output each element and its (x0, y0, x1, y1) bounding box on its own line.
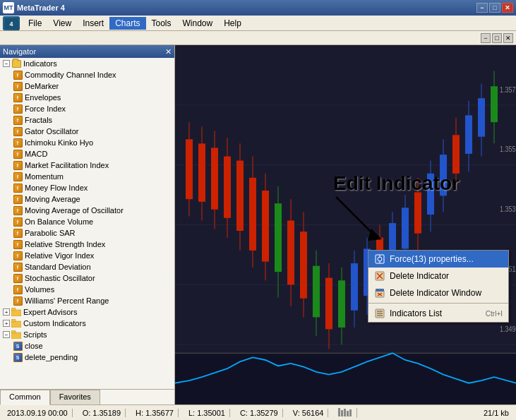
svg-rect-24 (211, 148, 218, 209)
svg-rect-36 (287, 220, 294, 284)
menu-file[interactable]: File (23, 17, 47, 30)
chart-area[interactable]: 1.357 1.355 1.353 1.351 1.349 (175, 45, 516, 404)
svg-rect-89 (341, 410, 343, 416)
svg-rect-91 (347, 411, 349, 416)
menu-view[interactable]: View (47, 17, 77, 30)
svg-rect-88 (338, 408, 340, 416)
indicator-icon-mfi2: f (13, 160, 23, 170)
svg-text:1.353: 1.353 (500, 205, 516, 214)
nav-item-label: Relative Strength Index (25, 240, 105, 248)
nav-moving-avg-osc[interactable]: f Moving Average of Oscillator (0, 205, 174, 216)
context-menu: Force(13) properties... Delete Indicator (368, 250, 509, 323)
menu-window[interactable]: Window (177, 17, 219, 30)
status-volume: V: 56164 (289, 409, 329, 417)
nav-delete-pending-script[interactable]: S delete_pending (0, 352, 174, 363)
nav-rsi[interactable]: f Relative Strength Index (0, 239, 174, 250)
nav-item-label: Williams' Percent Range (25, 296, 109, 305)
indicators-expand-icon[interactable]: − (3, 60, 10, 67)
nav-rvi[interactable]: f Relative Vigor Index (0, 250, 174, 261)
context-menu-delete-window[interactable]: Delete Indicator Window (368, 284, 508, 301)
app-logo: MT (3, 2, 14, 13)
svg-rect-92 (349, 409, 352, 416)
nav-parabolic[interactable]: f Parabolic SAR (0, 227, 174, 239)
nav-item-label: delete_pending (25, 353, 78, 361)
nav-gator[interactable]: f Gator Oscillator (0, 126, 174, 137)
svg-text:1.355: 1.355 (500, 145, 516, 154)
nav-moving-average[interactable]: f Moving Average (0, 193, 174, 205)
nav-force-index[interactable]: f Force Index (0, 103, 174, 114)
nav-close-script[interactable]: S close (0, 340, 174, 352)
nav-ichimoku[interactable]: f Ichimoku Kinko Hyo (0, 137, 174, 148)
menu-charts[interactable]: Charts (109, 17, 145, 30)
tab-favorites[interactable]: Favorites (50, 390, 100, 404)
context-menu-properties[interactable]: Force(13) properties... (368, 251, 508, 268)
close-button[interactable]: ✕ (502, 3, 513, 13)
status-close: C: 1.35279 (236, 409, 283, 417)
svg-text:1.349: 1.349 (500, 325, 516, 333)
indicators-list-shortcut: Ctrl+I (486, 310, 503, 318)
menu-tools[interactable]: Tools (146, 17, 177, 30)
nav-expert-advisors[interactable]: + Expert Advisors (0, 306, 174, 318)
tab-common[interactable]: Common (0, 390, 50, 405)
menu-logo: 4 (3, 16, 20, 30)
nav-macd[interactable]: f MACD (0, 148, 174, 160)
menu-insert[interactable]: Insert (77, 17, 109, 30)
nav-scripts[interactable]: − Scripts (0, 329, 174, 340)
svg-rect-34 (275, 203, 282, 272)
nav-item-label: Stochastic Oscillator (25, 274, 95, 282)
svg-rect-66 (478, 98, 485, 137)
ea-folder-icon (11, 307, 21, 317)
title-bar-left: MT MetaTrader 4 (3, 2, 65, 13)
sub-close[interactable]: ✕ (503, 33, 513, 43)
navigator-panel: Navigator ✕ − Indicators f Commodity Cha… (0, 45, 175, 404)
context-menu-delete[interactable]: Delete Indicator (368, 268, 508, 284)
menu-help[interactable]: Help (218, 17, 247, 30)
svg-rect-54 (402, 208, 409, 248)
nav-envelopes[interactable]: f Envelopes (0, 92, 174, 103)
svg-rect-26 (224, 157, 231, 218)
nav-item-label: Fractals (25, 116, 52, 124)
nav-item-label: Force Index (25, 104, 66, 113)
scripts-folder-icon (11, 330, 21, 340)
nav-indicators-root[interactable]: − Indicators (0, 58, 174, 69)
nav-std-dev[interactable]: f Standard Deviation (0, 261, 174, 272)
indicator-icon-vol: f (13, 284, 23, 294)
svg-rect-3 (11, 308, 16, 311)
ea-expand-icon[interactable]: + (3, 308, 10, 316)
indicator-icon-wpr: f (13, 296, 23, 306)
nav-money-flow[interactable]: f Money Flow Index (0, 182, 174, 193)
navigator-tabs: Common Favorites (0, 389, 174, 404)
svg-rect-5 (11, 319, 16, 322)
ci-expand-icon[interactable]: + (3, 320, 10, 327)
navigator-header: Navigator ✕ (0, 45, 174, 58)
svg-rect-56 (414, 192, 421, 233)
nav-commodity-channel[interactable]: f Commodity Channel Index (0, 69, 174, 80)
nav-momentum[interactable]: f Momentum (0, 171, 174, 182)
script-icon-close: S (13, 341, 23, 351)
nav-williams[interactable]: f Williams' Percent Range (0, 295, 174, 306)
nav-ci-label: Custom Indicators (23, 319, 86, 328)
sub-minimize[interactable]: − (481, 33, 491, 43)
maximize-button[interactable]: □ (489, 3, 500, 13)
minimize-button[interactable]: − (476, 3, 488, 13)
nav-fractals[interactable]: f Fractals (0, 114, 174, 126)
navigator-title: Navigator (3, 47, 36, 56)
navigator-list[interactable]: − Indicators f Commodity Channel Index f… (0, 58, 174, 389)
nav-demarker[interactable]: f DeMarker (0, 80, 174, 92)
nav-custom-indicators[interactable]: + Custom Indicators (0, 318, 174, 329)
navigator-close-button[interactable]: ✕ (165, 47, 172, 56)
svg-rect-81 (376, 289, 384, 292)
nav-item-label: Envelopes (25, 93, 61, 102)
svg-rect-4 (11, 321, 21, 328)
indicator-icon-ma: f (13, 194, 23, 204)
nav-item-label: Moving Average of Oscillator (25, 206, 124, 215)
context-properties-label: Force(13) properties... (390, 254, 474, 264)
context-menu-indicators-list[interactable]: Indicators List Ctrl+I (368, 305, 508, 322)
nav-stochastic[interactable]: f Stochastic Oscillator (0, 272, 174, 284)
indicator-icon-rsi: f (13, 239, 23, 249)
nav-market-facilitation[interactable]: f Market Facilitation Index (0, 160, 174, 171)
scripts-expand-icon[interactable]: − (3, 331, 10, 338)
sub-restore[interactable]: □ (492, 33, 502, 43)
nav-volumes[interactable]: f Volumes (0, 284, 174, 295)
nav-on-balance[interactable]: f On Balance Volume (0, 216, 174, 227)
